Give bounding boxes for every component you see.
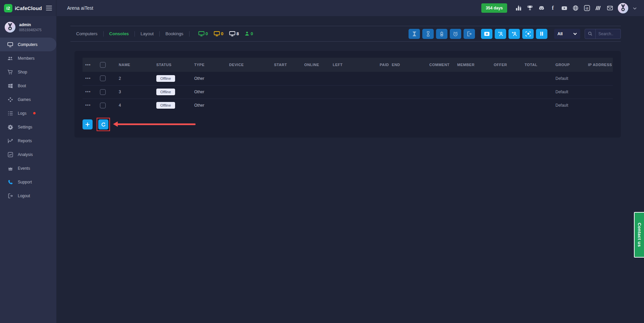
row-menu-icon[interactable]: ••• — [85, 89, 91, 94]
games-icon — [7, 97, 13, 102]
phone-icon — [7, 179, 13, 185]
sidebar-user-block[interactable]: admin 005193482475 — [0, 16, 56, 37]
counter-members-online: 0 — [245, 31, 253, 36]
add-member-button[interactable] — [508, 29, 520, 39]
tab-consoles[interactable]: Consoles — [104, 31, 135, 37]
youtube-icon[interactable] — [561, 5, 568, 11]
battery-button[interactable] — [436, 29, 447, 39]
icafecloud-small-icon[interactable]: i2 — [584, 5, 590, 11]
col-header-type: TYPE — [192, 58, 226, 72]
sidebar-item-label: Logout — [18, 194, 30, 198]
status-counters: 0 0 8 0 — [198, 31, 253, 37]
cell-name: 2 — [116, 72, 154, 85]
chevron-down-icon[interactable] — [633, 5, 637, 11]
view-tabs: Computers Consoles Layout Bookings — [70, 31, 190, 37]
status-badge: Offline — [156, 75, 175, 82]
col-header-offer: OFFER — [491, 58, 522, 72]
cash-button[interactable] — [481, 29, 492, 39]
sidebar-item-events[interactable]: Events — [0, 161, 56, 175]
cell-type: Other — [192, 72, 226, 85]
cell-group: Default — [553, 85, 585, 99]
toolbar-actions: All — [406, 29, 621, 39]
facebook-icon[interactable]: f — [549, 5, 556, 11]
header-menu-icon[interactable]: ••• — [85, 62, 91, 67]
col-header-comment: COMMENT — [427, 58, 454, 72]
tab-layout[interactable]: Layout — [135, 31, 160, 37]
crown-icon — [7, 165, 13, 171]
sidebar-item-computers[interactable]: Computers — [0, 38, 56, 51]
user-avatar[interactable] — [618, 3, 628, 13]
sidebar-item-logs[interactable]: Logs — [0, 106, 56, 120]
pause-button[interactable] — [536, 29, 547, 39]
globe-icon[interactable] — [572, 5, 579, 11]
tab-bookings[interactable]: Bookings — [160, 31, 189, 37]
toolbar: Computers Consoles Layout Bookings 0 0 8 — [70, 26, 621, 42]
username: admin — [19, 22, 42, 27]
row-menu-icon[interactable]: ••• — [85, 76, 91, 81]
ranking-podium-icon[interactable] — [515, 5, 522, 11]
counter-value: 0 — [251, 31, 253, 36]
row-checkbox[interactable] — [100, 89, 106, 95]
hourglass-outline-button[interactable] — [422, 29, 434, 39]
row-checkbox[interactable] — [100, 103, 106, 108]
cell-group: Default — [553, 72, 585, 85]
alarm-clock-button[interactable] — [450, 29, 461, 39]
cell-name: 4 — [116, 99, 154, 112]
sidebar-item-analysis[interactable]: Analysis — [0, 148, 56, 161]
status-badge: Offline — [156, 89, 175, 95]
col-header-total: TOTAL — [522, 58, 553, 72]
annotation-highlight-box — [97, 118, 110, 131]
svg-text:i2: i2 — [586, 6, 588, 10]
sidebar-item-games[interactable]: Games — [0, 93, 56, 106]
trophy-icon[interactable] — [527, 5, 533, 11]
topbar-brand-section: i2 iCafeCloud — [0, 0, 56, 16]
logout-icon — [7, 193, 13, 199]
sidebar-item-support[interactable]: Support — [0, 175, 56, 189]
add-console-button[interactable] — [83, 119, 93, 129]
icafecloud-logo-icon: i2 — [4, 4, 12, 12]
cell-name: 3 — [116, 85, 154, 99]
sidebar-item-reports[interactable]: Reports — [0, 134, 56, 148]
contact-us-tab[interactable]: Contact us — [634, 212, 644, 258]
scan-frame-button[interactable] — [522, 29, 534, 39]
counter-value: 0 — [206, 31, 208, 36]
cell-type: Other — [192, 85, 226, 99]
sidebar-item-settings[interactable]: Settings — [0, 120, 56, 134]
row-checkbox[interactable] — [100, 75, 106, 81]
mail-icon[interactable] — [606, 5, 613, 11]
row-menu-icon[interactable]: ••• — [85, 103, 91, 108]
counter-value: 0 — [221, 31, 223, 36]
license-days-badge[interactable]: 354 days — [481, 3, 507, 13]
filter-select[interactable]: All — [554, 29, 580, 39]
sidebar-item-logout[interactable]: Logout — [0, 189, 56, 203]
select-all-checkbox[interactable] — [100, 62, 106, 68]
topbar: Arena aiTest 354 days f i2 — [56, 0, 644, 16]
col-header-member: MEMBER — [454, 58, 491, 72]
col-header-end: END — [389, 58, 427, 72]
layers-fan-icon[interactable] — [595, 5, 602, 11]
member-star-button[interactable] — [495, 29, 506, 39]
discord-icon[interactable] — [538, 5, 545, 11]
logs-icon — [7, 110, 13, 116]
checkout-button[interactable] — [464, 29, 475, 39]
col-header-left: LEFT — [330, 58, 377, 72]
sidebar-item-members[interactable]: Members — [0, 51, 56, 65]
analysis-chart-icon — [7, 152, 13, 157]
sidebar-item-shop[interactable]: Shop — [0, 65, 56, 79]
line-chart-icon — [7, 138, 13, 144]
tab-computers[interactable]: Computers — [70, 31, 104, 37]
sidebar-item-boot[interactable]: Boot — [0, 79, 56, 93]
filter-selected-value: All — [557, 32, 562, 36]
consoles-table-card: ••• NAME STATUS TYPE DEVICE START ONLINE… — [74, 51, 621, 138]
sidebar-item-label: Analysis — [18, 152, 33, 157]
search-input[interactable] — [596, 29, 621, 39]
consoles-table: ••• NAME STATUS TYPE DEVICE START ONLINE… — [83, 58, 613, 112]
hamburger-menu-icon[interactable] — [46, 4, 52, 12]
brand-name: iCafeCloud — [15, 5, 42, 11]
col-header-start: START — [271, 58, 302, 72]
refresh-button[interactable] — [98, 119, 108, 129]
col-header-online: ONLINE — [302, 58, 330, 72]
hourglass-filled-button[interactable] — [409, 29, 420, 39]
col-header-group: GROUP — [553, 58, 585, 72]
counter-consoles-total: 8 — [229, 31, 239, 37]
